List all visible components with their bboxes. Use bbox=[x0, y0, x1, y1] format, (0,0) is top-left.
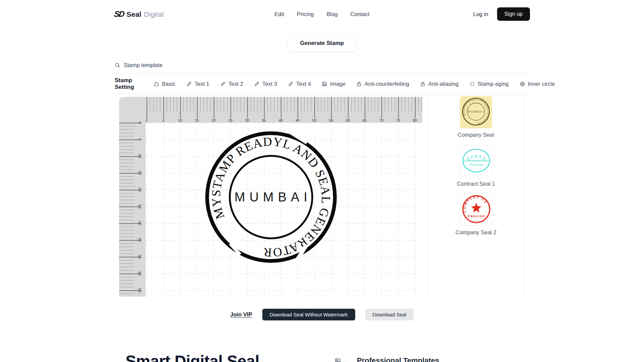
page: SD Seal Digital Edit Pricing Blog Contac… bbox=[0, 0, 644, 362]
ruler-corner bbox=[119, 97, 146, 123]
toolbar-items: BasicText 1Text 2Text 3Text 4ImageAnti-c… bbox=[148, 78, 560, 90]
vertical-ruler: 05101520253035404550 bbox=[119, 123, 146, 297]
svg-text:·········: ········· bbox=[473, 219, 480, 220]
toolbar-tab-anti-counterfeiting[interactable]: Anti-counterfeiting bbox=[351, 78, 415, 90]
toolbar-tab-text-3[interactable]: Text 3 bbox=[249, 78, 282, 90]
logo[interactable]: SD Seal Digital bbox=[114, 9, 164, 19]
v-ruler-tick-label: 10 bbox=[138, 154, 142, 158]
download-no-watermark-button[interactable]: Download Seal Without Watermark bbox=[262, 309, 355, 320]
h-ruler-tick-label: 15 bbox=[195, 118, 199, 122]
download-seal-button[interactable]: Download Seal bbox=[365, 309, 414, 320]
toolbar-tab-label: Image bbox=[330, 81, 345, 87]
v-ruler-tick-label: 35 bbox=[138, 238, 142, 242]
lock-icon bbox=[420, 81, 426, 87]
v-ruler-tick-label: 15 bbox=[138, 171, 142, 175]
logo-text-digital: Digital bbox=[144, 10, 163, 18]
toolbar-tab-label: Anti-counterfeiting bbox=[365, 81, 409, 87]
pen-icon bbox=[220, 81, 226, 87]
footer-heading: Smart Digital Seal bbox=[125, 352, 259, 362]
template-stamp-star: COMPANY NAMEENGLISH········· bbox=[460, 194, 492, 226]
template-search-row bbox=[114, 57, 530, 74]
toolbar-tab-text-4[interactable]: Text 4 bbox=[282, 78, 316, 90]
auth-area: Log in Sign up bbox=[473, 7, 530, 21]
generate-stamp-button[interactable]: Generate Stamp bbox=[287, 35, 357, 52]
search-icon bbox=[115, 62, 120, 68]
v-ruler-tick-label: 50 bbox=[138, 288, 142, 292]
editor-header: Stamp Setting BasicText 1Text 2Text 3Tex… bbox=[114, 57, 530, 94]
h-ruler-tick-label: 20 bbox=[212, 118, 216, 122]
home-icon bbox=[154, 81, 159, 87]
svg-text:0000000000000000: 0000000000000000 bbox=[467, 160, 486, 162]
toolbar-title: Stamp Setting bbox=[114, 77, 135, 90]
svg-text:ENGLISH: ENGLISH bbox=[468, 214, 485, 218]
toolbar-tab-text-2[interactable]: Text 2 bbox=[215, 78, 249, 90]
join-vip-link[interactable]: Join VIP bbox=[230, 311, 252, 318]
svg-text:MUMBAI: MUMBAI bbox=[468, 110, 484, 113]
v-ruler-tick-label: 25 bbox=[138, 204, 142, 208]
toolbar-tab-stamp-aging[interactable]: Stamp aging bbox=[464, 78, 514, 90]
logo-text-seal: Seal bbox=[126, 10, 141, 18]
h-ruler-tick-label: 50 bbox=[312, 118, 316, 122]
toolbar-tab-basic[interactable]: Basic bbox=[148, 78, 181, 90]
h-ruler-tick-label: 65 bbox=[363, 118, 367, 122]
toolbar-tab-label: Anti-aliasing bbox=[428, 81, 459, 87]
h-ruler-tick-label: 40 bbox=[279, 118, 283, 122]
v-ruler-tick-label: 5 bbox=[138, 138, 142, 140]
toolbar-tab-label: Text 3 bbox=[262, 81, 277, 87]
h-ruler-tick-label: 45 bbox=[296, 118, 300, 122]
template-thumb-company-seal[interactable]: MYSTAMP READYL AND SEAL GENERATORMUMBAI bbox=[460, 96, 492, 128]
stamp-preview[interactable]: MYSTAMP READYL AND SEAL GENERATORMUMBAI bbox=[207, 128, 335, 263]
h-ruler-tick-label: 35 bbox=[262, 118, 266, 122]
h-ruler-tick-label: 60 bbox=[346, 118, 350, 122]
template-thumb-company-seal-2[interactable]: COMPANY NAMEENGLISH········· bbox=[460, 193, 492, 226]
h-ruler-tick-label: 0 bbox=[146, 118, 148, 122]
template-stamp-ellipse: 印章有限责任公司0000000000000000chinese·········… bbox=[460, 146, 492, 178]
inner-circle-icon bbox=[520, 81, 525, 87]
v-ruler-tick-label: 40 bbox=[138, 255, 142, 259]
nav-pricing[interactable]: Pricing bbox=[297, 11, 314, 17]
template-label: Contract Seal 1 bbox=[428, 181, 524, 187]
logo-icon: SD bbox=[113, 9, 124, 19]
svg-text:··········: ·········· bbox=[472, 168, 480, 169]
svg-text:chinese: chinese bbox=[469, 163, 484, 167]
h-ruler-tick-label: 75 bbox=[396, 118, 400, 122]
pen-icon bbox=[288, 81, 293, 87]
toolbar-tab-image[interactable]: Image bbox=[316, 78, 351, 90]
v-ruler-tick-label: 20 bbox=[138, 188, 142, 192]
h-ruler-tick-label: 25 bbox=[228, 118, 232, 122]
template-thumb-contract-seal-1[interactable]: 印章有限责任公司0000000000000000chinese·········… bbox=[460, 145, 492, 178]
header: SD Seal Digital Edit Pricing Blog Contac… bbox=[114, 6, 530, 22]
nav-blog[interactable]: Blog bbox=[326, 11, 337, 17]
toolbar: Stamp Setting BasicText 1Text 2Text 3Tex… bbox=[114, 74, 530, 94]
toolbar-tab-label: Text 2 bbox=[228, 81, 243, 87]
pen-icon bbox=[254, 81, 260, 87]
toolbar-tab-inner-circle[interactable]: Inner circle bbox=[514, 78, 560, 90]
image-icon bbox=[322, 81, 327, 87]
h-ruler-tick-label: 80 bbox=[413, 118, 417, 122]
templates-panel: MYSTAMP READYL AND SEAL GENERATORMUMBAI … bbox=[427, 97, 525, 297]
stamp-canvas[interactable]: MYSTAMP READYL AND SEAL GENERATORMUMBAI bbox=[146, 123, 422, 297]
lock-icon bbox=[356, 81, 362, 87]
h-ruler-tick-label: 30 bbox=[245, 118, 249, 122]
search-input[interactable] bbox=[124, 62, 265, 68]
feature-title: Professional Templates bbox=[357, 356, 439, 362]
toolbar-tab-label: Basic bbox=[162, 81, 175, 87]
pen-icon bbox=[186, 81, 192, 87]
nav-edit[interactable]: Edit bbox=[275, 11, 284, 17]
h-ruler-tick-label: 70 bbox=[379, 118, 383, 122]
login-link[interactable]: Log in bbox=[473, 11, 488, 17]
toolbar-tab-label: Inner circle bbox=[528, 81, 555, 87]
template-label: Company Seal 2 bbox=[428, 229, 524, 236]
v-ruler-tick-label: 45 bbox=[138, 272, 142, 276]
template-stamp-round: MYSTAMP READYL AND SEAL GENERATORMUMBAI bbox=[460, 96, 492, 128]
canvas-grid: MYSTAMP READYL AND SEAL GENERATORMUMBAI bbox=[146, 123, 422, 297]
horizontal-ruler: 05101520253035404550556065707580 bbox=[146, 97, 422, 123]
signup-button[interactable]: Sign up bbox=[497, 7, 530, 21]
toolbar-tab-text-1[interactable]: Text 1 bbox=[181, 78, 215, 90]
nav-contact[interactable]: Contact bbox=[351, 11, 370, 17]
h-ruler-tick-label: 10 bbox=[178, 118, 182, 122]
toolbar-tab-anti-aliasing[interactable]: Anti-aliasing bbox=[415, 78, 464, 90]
v-ruler-tick-label: 30 bbox=[138, 221, 142, 225]
generate-stamp-wrap: Generate Stamp bbox=[0, 35, 644, 52]
burst-icon bbox=[469, 81, 475, 87]
